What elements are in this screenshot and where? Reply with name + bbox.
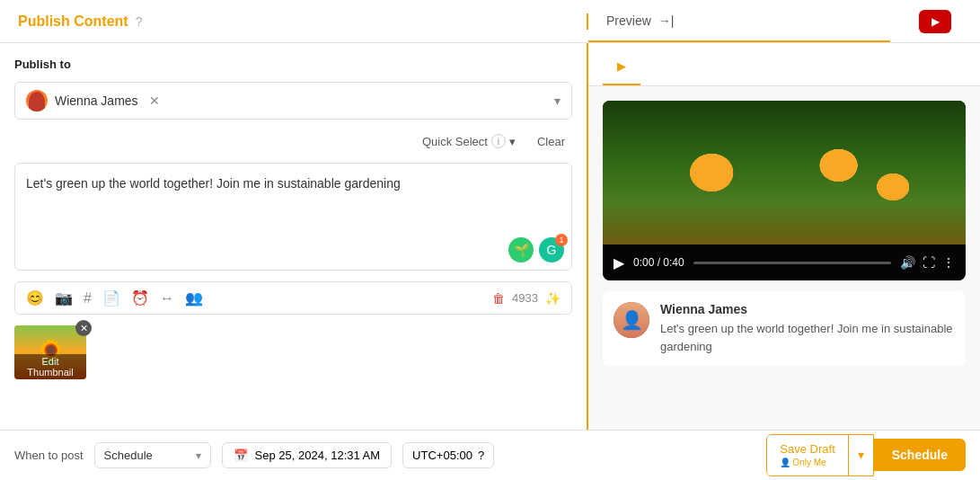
video-right-controls: 🔊 ⛶ ⋮: [900, 255, 955, 270]
quick-select-button[interactable]: Quick Select i ▾: [415, 130, 523, 152]
preview-content: ▶ 0:00 / 0:40 🔊 ⛶ ⋮ 👤 Wi: [588, 86, 980, 430]
text-area-container[interactable]: Let's green up the world together! Join …: [14, 163, 572, 271]
delete-icon[interactable]: 🗑: [492, 291, 505, 306]
left-panel: Publish to Wienna James ✕ ▾ Quick Select…: [0, 43, 588, 430]
text-editor-toolbar: 😊 📷 # 📄 ⏰ ↔ 👥 🗑 4933 ✨: [14, 281, 572, 315]
chevron-down-small-icon: ▾: [509, 135, 516, 148]
schedule-select-value: Schedule: [104, 449, 153, 462]
video-controls: ▶ 0:00 / 0:40 🔊 ⛶ ⋮: [603, 244, 966, 280]
thumbnail-close-icon[interactable]: ✕: [75, 320, 92, 336]
char-count-area: 🗑 4933 ✨: [492, 291, 561, 306]
video-flowers: [603, 101, 966, 244]
user-chip: Wienna James ✕: [26, 90, 160, 111]
date-value: Sep 25, 2024, 12:31 AM: [255, 449, 381, 462]
thumbnail-image: 🌻 Edit Thumbnail: [14, 325, 86, 379]
quick-select-row: Quick Select i ▾ Clear: [14, 130, 572, 152]
bottom-bar: When to post Schedule ▾ 📅 Sep 25, 2024, …: [0, 430, 980, 480]
youtube-icon[interactable]: [919, 10, 951, 33]
grammarly-badge: 1: [555, 234, 568, 246]
document-icon[interactable]: 📄: [102, 289, 120, 307]
chevron-down-icon: ▾: [554, 93, 561, 108]
video-player: ▶ 0:00 / 0:40 🔊 ⛶ ⋮: [603, 101, 966, 280]
grammarly-icon[interactable]: G 1: [539, 237, 564, 262]
right-actions: Save Draft 👤 Only Me ▾ Schedule: [766, 434, 966, 477]
fullscreen-icon[interactable]: ⛶: [923, 255, 935, 270]
chip-close-icon[interactable]: ✕: [149, 93, 160, 108]
main-content: Publish to Wienna James ✕ ▾ Quick Select…: [0, 43, 980, 430]
video-progress-bar[interactable]: [693, 262, 891, 264]
poster-avatar: 👤: [614, 302, 649, 338]
when-to-post-label: When to post: [14, 449, 84, 462]
emoji-icon[interactable]: 😊: [26, 289, 44, 307]
page-title: Publish Content: [18, 13, 128, 30]
audience-icon[interactable]: 👥: [185, 289, 203, 307]
schedule-chevron-icon: ▾: [196, 449, 201, 462]
camera-icon[interactable]: 📷: [55, 289, 73, 307]
save-draft-dropdown-button[interactable]: ▾: [848, 435, 873, 476]
top-bar-left: Publish Content ?: [0, 13, 588, 30]
youtube-tab-icon: ▶: [617, 59, 626, 73]
magic-wand-icon[interactable]: ✨: [545, 291, 561, 306]
date-selector[interactable]: 📅 Sep 25, 2024, 12:31 AM: [222, 442, 393, 468]
preview-tab[interactable]: Preview →|: [588, 0, 890, 42]
preview-post-text: Let's green up the world together! Join …: [660, 320, 955, 355]
user-avatar: [26, 90, 48, 111]
more-options-icon[interactable]: ⋮: [942, 255, 955, 270]
save-draft-sublabel: 👤 Only Me: [780, 457, 825, 468]
person-icon: 👤: [780, 457, 790, 468]
save-draft-button[interactable]: Save Draft 👤 Only Me: [767, 435, 847, 476]
top-bar: Publish Content ? Preview →|: [0, 0, 980, 43]
calendar-icon: 📅: [234, 449, 248, 462]
edit-thumbnail-label[interactable]: Edit Thumbnail: [14, 354, 86, 379]
save-draft-group: Save Draft 👤 Only Me ▾: [766, 434, 873, 477]
thumbnail-section: 🌻 Edit Thumbnail ✕: [14, 325, 572, 379]
green-tool-icon[interactable]: 🌱: [508, 237, 534, 262]
quick-select-info-icon[interactable]: i: [491, 134, 506, 148]
timezone-selector[interactable]: UTC+05:00 ?: [402, 442, 494, 468]
save-draft-label: Save Draft: [780, 442, 834, 458]
youtube-tab-area: [890, 10, 980, 33]
preview-label: Preview: [606, 13, 651, 28]
help-icon[interactable]: ?: [136, 14, 143, 29]
video-time: 0:00 / 0:40: [633, 256, 684, 269]
publish-to-label: Publish to: [14, 58, 572, 71]
poster-name: Wienna James: [660, 302, 955, 316]
timezone-help-icon[interactable]: ?: [478, 449, 484, 462]
publish-to-selector[interactable]: Wienna James ✕ ▾: [14, 82, 572, 120]
youtube-tab[interactable]: ▶: [603, 49, 640, 85]
arrows-icon[interactable]: ↔: [160, 290, 174, 307]
volume-icon[interactable]: 🔊: [900, 255, 915, 270]
preview-arrow-icon: →|: [658, 13, 675, 28]
poster-info: Wienna James Let's green up the world to…: [660, 302, 955, 355]
youtube-tab-bar: ▶: [588, 43, 980, 86]
hashtag-icon[interactable]: #: [84, 290, 92, 307]
clock-icon[interactable]: ⏰: [131, 289, 149, 307]
timezone-value: UTC+05:00: [412, 449, 472, 462]
clear-button[interactable]: Clear: [530, 131, 572, 152]
post-preview-card: 👤 Wienna James Let's green up the world …: [603, 291, 966, 366]
post-text-content[interactable]: Let's green up the world together! Join …: [26, 174, 561, 193]
user-name: Wienna James: [55, 93, 138, 108]
play-button[interactable]: ▶: [614, 254, 624, 271]
schedule-button[interactable]: Schedule: [874, 439, 966, 471]
text-tools: 🌱 G 1: [508, 237, 564, 262]
quick-select-label: Quick Select: [422, 135, 488, 148]
schedule-select[interactable]: Schedule ▾: [94, 442, 211, 468]
video-background: [603, 101, 966, 244]
thumbnail-wrapper: 🌻 Edit Thumbnail ✕: [14, 325, 86, 379]
right-panel: ▶ ▶ 0:00 / 0:40 🔊 ⛶ ⋮: [588, 43, 980, 430]
char-count-value: 4933: [512, 291, 538, 305]
